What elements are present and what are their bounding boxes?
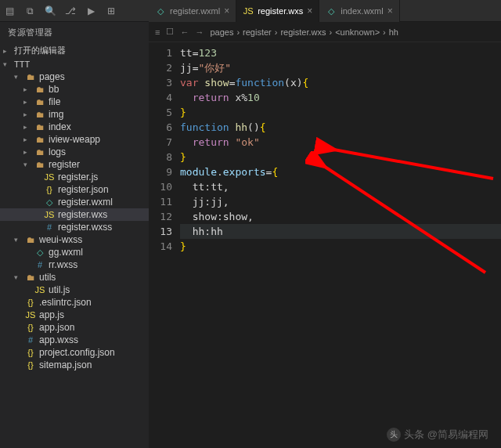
tree-item-file[interactable]: ▸🖿file bbox=[0, 96, 149, 108]
close-icon[interactable]: × bbox=[387, 5, 393, 16]
line-number: 13 bbox=[149, 224, 172, 239]
code-content[interactable]: tt=123jj="你好"var show=function(x){ retur… bbox=[180, 42, 501, 448]
code-line[interactable]: show:show, bbox=[180, 209, 501, 224]
watermark-text: @简易编程网 bbox=[427, 428, 488, 442]
code-line[interactable]: jj="你好" bbox=[180, 60, 501, 75]
tree-item-app-wxss[interactable]: #app.wxss bbox=[0, 334, 149, 346]
tree-item-label: iview-weapp bbox=[49, 134, 100, 145]
tab-register-wxml[interactable]: ◇register.wxml× bbox=[149, 0, 236, 22]
code-line[interactable]: return "ok" bbox=[180, 135, 501, 150]
tree-item--eslintrc-json[interactable]: {}.eslintrc.json bbox=[0, 296, 149, 309]
tree-item-label: pages bbox=[39, 71, 65, 82]
tree-item-register-js[interactable]: JSregister.js bbox=[0, 171, 149, 183]
code-line[interactable]: } bbox=[180, 150, 501, 164]
tree-item-logs[interactable]: ▸🖿logs bbox=[0, 146, 149, 158]
tree-item-register-json[interactable]: {}register.json bbox=[0, 183, 149, 196]
bookmark-icon[interactable]: ☐ bbox=[166, 27, 174, 37]
line-number: 12 bbox=[149, 209, 172, 224]
code-line[interactable]: return x%10 bbox=[180, 90, 501, 105]
branch-icon[interactable]: ⎇ bbox=[64, 5, 77, 17]
tree-item-iview-weapp[interactable]: ▸🖿iview-weapp bbox=[0, 133, 149, 146]
tree-item-label: register bbox=[49, 159, 80, 170]
json-icon: {} bbox=[25, 348, 36, 357]
tree-item-gg-wxml[interactable]: ◇gg.wxml bbox=[0, 246, 149, 258]
tree-item-pages[interactable]: ▾🖿pages bbox=[0, 70, 149, 83]
line-number: 4 bbox=[149, 90, 172, 105]
tree-item-label: file bbox=[49, 96, 60, 107]
copy-icon[interactable]: ⧉ bbox=[23, 5, 36, 17]
code-line[interactable]: hh:hh bbox=[180, 224, 501, 239]
tree-item-label: img bbox=[49, 109, 63, 120]
extensions-icon[interactable]: ⊞ bbox=[105, 5, 117, 17]
nav-back-icon[interactable]: ← bbox=[180, 27, 189, 37]
close-icon[interactable]: × bbox=[224, 5, 229, 16]
tree-item-index[interactable]: ▸🖿index bbox=[0, 121, 149, 133]
wxml-icon: ◇ bbox=[34, 247, 45, 258]
tree-item-img[interactable]: ▸🖿img bbox=[0, 108, 149, 121]
open-editors-label: 打开的编辑器 bbox=[14, 45, 66, 56]
breadcrumb-part[interactable]: hh bbox=[389, 27, 398, 37]
code-line[interactable]: jj:jj, bbox=[180, 194, 501, 209]
tree-item-utils[interactable]: ▾🖿utils bbox=[0, 271, 149, 284]
tree-item-project-config-json[interactable]: {}project.config.json bbox=[0, 346, 149, 359]
chevron-right-icon: › bbox=[275, 27, 278, 37]
tree-item-label: register.wxss bbox=[58, 222, 112, 233]
breadcrumb[interactable]: pages›register›register.wxs›<unknown>›hh bbox=[210, 27, 398, 37]
tree-item-app-json[interactable]: {}app.json bbox=[0, 321, 149, 334]
code-line[interactable]: var show=function(x){ bbox=[180, 75, 501, 90]
tree-item-register-wxs[interactable]: JSregister.wxs bbox=[0, 208, 149, 221]
close-icon[interactable]: × bbox=[307, 5, 312, 16]
json-icon: {} bbox=[25, 323, 36, 332]
tab-index-wxml[interactable]: ◇index.wxml× bbox=[319, 0, 399, 22]
nav-fwd-icon[interactable]: → bbox=[195, 27, 204, 37]
tree-item-rr-wxss[interactable]: #rr.wxss bbox=[0, 258, 149, 271]
wxss-icon: # bbox=[34, 260, 45, 269]
tree-item-bb[interactable]: ▸🖿bb bbox=[0, 83, 149, 96]
files-icon[interactable]: ▤ bbox=[3, 5, 16, 17]
debug-icon[interactable]: ▶ bbox=[85, 5, 97, 17]
folder-icon: 🖿 bbox=[34, 147, 45, 157]
search-icon[interactable]: 🔍 bbox=[44, 5, 56, 17]
tree-item-register[interactable]: ▾🖿register bbox=[0, 158, 149, 171]
chevron-icon: ▾ bbox=[23, 161, 31, 168]
explorer-title: 资源管理器 bbox=[0, 22, 149, 43]
breadcrumb-part[interactable]: register bbox=[243, 27, 272, 37]
breadcrumb-part[interactable]: register.wxs bbox=[280, 27, 326, 37]
open-editors-section[interactable]: ▸ 打开的编辑器 bbox=[0, 43, 149, 58]
folder-icon: 🖿 bbox=[34, 135, 45, 144]
folder-icon: 🖿 bbox=[25, 72, 36, 81]
code-line[interactable]: tt=123 bbox=[180, 45, 501, 60]
breadcrumb-part[interactable]: <unknown> bbox=[335, 27, 380, 37]
code-line[interactable]: } bbox=[180, 105, 501, 120]
folder-icon: 🖿 bbox=[34, 160, 45, 169]
activity-bar: ▤ ⧉ 🔍 ⎇ ▶ ⊞ ◇register.wxml×JSregister.wx… bbox=[0, 0, 501, 22]
code-line[interactable]: module.exports={ bbox=[180, 164, 501, 179]
code-line[interactable]: } bbox=[180, 239, 501, 254]
code-line[interactable]: function hh(){ bbox=[180, 120, 501, 135]
chevron-down-icon: ▾ bbox=[3, 60, 11, 68]
breadcrumb-part[interactable]: pages bbox=[210, 27, 233, 37]
tree-item-register-wxml[interactable]: ◇register.wxml bbox=[0, 196, 149, 208]
tree-item-weui-wxss[interactable]: ▾🖿weui-wxss bbox=[0, 233, 149, 246]
chevron-icon: ▾ bbox=[14, 273, 22, 281]
chevron-icon: ▸ bbox=[23, 85, 31, 93]
line-number: 7 bbox=[149, 135, 172, 150]
tree-item-util-js[interactable]: JSutil.js bbox=[0, 284, 149, 296]
line-number: 8 bbox=[149, 150, 172, 164]
js-icon: JS bbox=[25, 310, 36, 320]
list-icon[interactable]: ≡ bbox=[155, 27, 160, 37]
tree-item-sitemap-json[interactable]: {}sitemap.json bbox=[0, 359, 149, 371]
json-icon: {} bbox=[25, 360, 36, 370]
line-number: 9 bbox=[149, 164, 172, 179]
tree-item-app-js[interactable]: JSapp.js bbox=[0, 309, 149, 321]
project-section[interactable]: ▾ TTT bbox=[0, 58, 149, 70]
line-number: 2 bbox=[149, 60, 172, 75]
tab-register-wxs[interactable]: JSregister.wxs× bbox=[236, 0, 319, 22]
code-line[interactable]: tt:tt, bbox=[180, 179, 501, 194]
wxml-icon: ◇ bbox=[155, 6, 166, 16]
json-icon: {} bbox=[25, 298, 36, 307]
line-number: 3 bbox=[149, 75, 172, 90]
tree-item-register-wxss[interactable]: #register.wxss bbox=[0, 221, 149, 233]
tree-item-label: register.js bbox=[58, 172, 98, 182]
file-tree: ▾🖿pages▸🖿bb▸🖿file▸🖿img▸🖿index▸🖿iview-wea… bbox=[0, 70, 149, 371]
